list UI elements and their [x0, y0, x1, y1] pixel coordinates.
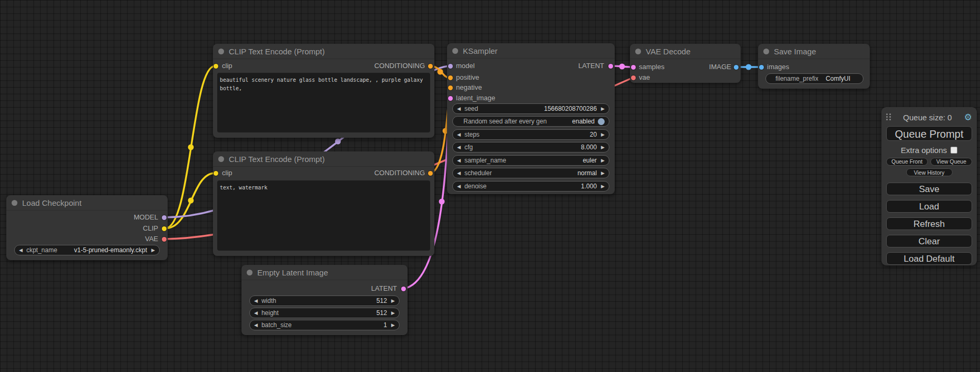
node-header[interactable]: CLIP Text Encode (Prompt)	[213, 151, 434, 167]
prev-value-icon[interactable]	[457, 158, 461, 163]
increment-icon[interactable]	[601, 184, 605, 189]
collapse-dot-icon[interactable]	[247, 270, 253, 275]
queue-menu-panel: Queue size: 0 Queue Prompt Extra options…	[881, 107, 977, 265]
extra-options-checkbox[interactable]	[950, 147, 957, 154]
node-save-image[interactable]: Save Image images filename_prefix ComfyU…	[758, 44, 870, 89]
settings-gear-icon[interactable]	[964, 113, 972, 122]
collapse-dot-icon[interactable]	[12, 200, 17, 206]
load-default-button[interactable]: Load Default	[886, 252, 972, 265]
node-header[interactable]: CLIP Text Encode (Prompt)	[213, 44, 434, 59]
node-clip-text-encode-negative[interactable]: CLIP Text Encode (Prompt) clip CONDITION…	[213, 151, 434, 256]
port-latent-image-input[interactable]	[448, 96, 453, 101]
increment-icon[interactable]	[391, 299, 395, 303]
widget-label: seed	[464, 105, 478, 112]
decrement-icon[interactable]	[254, 323, 258, 328]
node-vae-decode[interactable]: VAE Decode samples vae IMAGE	[630, 44, 741, 83]
refresh-button[interactable]: Refresh	[886, 217, 972, 230]
node-header[interactable]: VAE Decode	[630, 44, 741, 59]
port-vae-output[interactable]	[162, 237, 167, 242]
prev-value-icon[interactable]	[457, 171, 461, 176]
increment-icon[interactable]	[601, 132, 605, 137]
collapse-dot-icon[interactable]	[635, 49, 641, 54]
node-clip-text-encode-positive[interactable]: CLIP Text Encode (Prompt) clip CONDITION…	[213, 44, 434, 138]
decrement-icon[interactable]	[457, 107, 461, 111]
next-value-icon[interactable]	[601, 171, 605, 176]
port-latent-output[interactable]	[608, 64, 613, 69]
port-conditioning-output[interactable]	[428, 171, 433, 176]
batch-size-widget[interactable]: batch_size 1	[249, 320, 400, 330]
node-header[interactable]: Empty Latent Image	[241, 265, 407, 280]
node-header[interactable]: Load Checkpoint	[6, 195, 168, 211]
decrement-icon[interactable]	[254, 299, 258, 303]
collapse-dot-icon[interactable]	[218, 156, 224, 162]
steps-widget[interactable]: steps 20	[452, 129, 609, 140]
random-seed-toggle-widget[interactable]: Random seed after every gen enabled	[452, 116, 609, 127]
port-samples-input[interactable]	[631, 65, 636, 70]
decrement-icon[interactable]	[457, 184, 461, 189]
collapse-dot-icon[interactable]	[763, 49, 769, 54]
queue-prompt-button[interactable]: Queue Prompt	[886, 126, 972, 141]
widget-value: euler	[583, 157, 597, 164]
input-label-clip: clip	[222, 168, 232, 178]
sampler-name-widget[interactable]: sampler_name euler	[452, 155, 609, 166]
port-vae-input[interactable]	[631, 75, 636, 80]
widget-label: Random seed after every gen	[463, 118, 547, 125]
port-conditioning-output[interactable]	[428, 64, 433, 69]
increment-icon[interactable]	[601, 145, 605, 150]
decrement-icon[interactable]	[457, 145, 461, 150]
port-clip-output[interactable]	[162, 226, 167, 231]
node-load-checkpoint[interactable]: Load Checkpoint MODEL CLIP VAE ckpt_name…	[6, 195, 168, 260]
port-clip-input[interactable]	[214, 171, 218, 176]
node-title-text: Empty Latent Image	[257, 268, 328, 277]
load-button[interactable]: Load	[886, 200, 972, 213]
denoise-widget[interactable]: denoise 1.000	[452, 181, 609, 192]
scheduler-widget[interactable]: scheduler normal	[452, 168, 609, 178]
port-negative-input[interactable]	[448, 85, 453, 90]
node-empty-latent-image[interactable]: Empty Latent Image LATENT width 512 heig…	[241, 265, 407, 335]
node-title-text: VAE Decode	[646, 47, 691, 56]
decrement-icon[interactable]	[457, 132, 461, 137]
input-label-model: model	[456, 61, 474, 71]
port-clip-input[interactable]	[214, 64, 218, 69]
height-widget[interactable]: height 512	[249, 308, 400, 318]
filename-prefix-widget[interactable]: filename_prefix ComfyUI	[765, 73, 863, 84]
cfg-widget[interactable]: cfg 8.000	[452, 142, 609, 152]
ckpt-name-widget[interactable]: ckpt_name v1-5-pruned-emaonly.ckpt	[14, 245, 160, 255]
positive-prompt-textarea[interactable]: beautiful scenery nature glass bottle la…	[217, 73, 430, 132]
widget-label: filename_prefix	[775, 75, 818, 82]
increment-icon[interactable]	[391, 311, 395, 316]
seed-widget[interactable]: seed 156680208700286	[452, 103, 609, 114]
view-history-button[interactable]: View History	[906, 168, 953, 176]
collapse-dot-icon[interactable]	[452, 48, 458, 54]
widget-label: sampler_name	[464, 157, 506, 164]
increment-icon[interactable]	[601, 107, 605, 111]
extra-options-row: Extra options	[886, 145, 972, 155]
increment-icon[interactable]	[391, 323, 395, 328]
next-value-icon[interactable]	[601, 158, 605, 163]
input-label-clip: clip	[222, 61, 232, 71]
node-ksampler[interactable]: KSampler model positive negative latent_…	[447, 43, 615, 194]
view-queue-button[interactable]: View Queue	[930, 158, 972, 166]
toggle-enabled-icon[interactable]	[598, 118, 605, 125]
clear-button[interactable]: Clear	[886, 235, 972, 247]
queue-front-button[interactable]: Queue Front	[886, 158, 928, 166]
node-title-text: CLIP Text Encode (Prompt)	[229, 155, 325, 164]
port-image-output[interactable]	[734, 65, 739, 70]
port-model-input[interactable]	[448, 64, 453, 69]
drag-handle-icon[interactable]	[886, 113, 891, 121]
node-header[interactable]: KSampler	[447, 43, 615, 59]
port-positive-input[interactable]	[448, 75, 453, 80]
node-header[interactable]: Save Image	[758, 44, 870, 59]
port-latent-output[interactable]	[401, 287, 406, 291]
next-value-icon[interactable]	[151, 248, 155, 253]
prev-value-icon[interactable]	[19, 248, 23, 253]
negative-prompt-textarea[interactable]: text, watermark	[217, 180, 430, 251]
decrement-icon[interactable]	[254, 311, 258, 316]
port-model-output[interactable]	[162, 215, 167, 220]
width-widget[interactable]: width 512	[249, 295, 400, 306]
output-label-conditioning: CONDITIONING	[374, 61, 425, 71]
port-images-input[interactable]	[759, 65, 764, 70]
save-button[interactable]: Save	[886, 183, 972, 195]
collapse-dot-icon[interactable]	[218, 49, 224, 54]
comfyui-canvas[interactable]: { "nodes": { "load_checkpoint": { "title…	[0, 0, 980, 372]
